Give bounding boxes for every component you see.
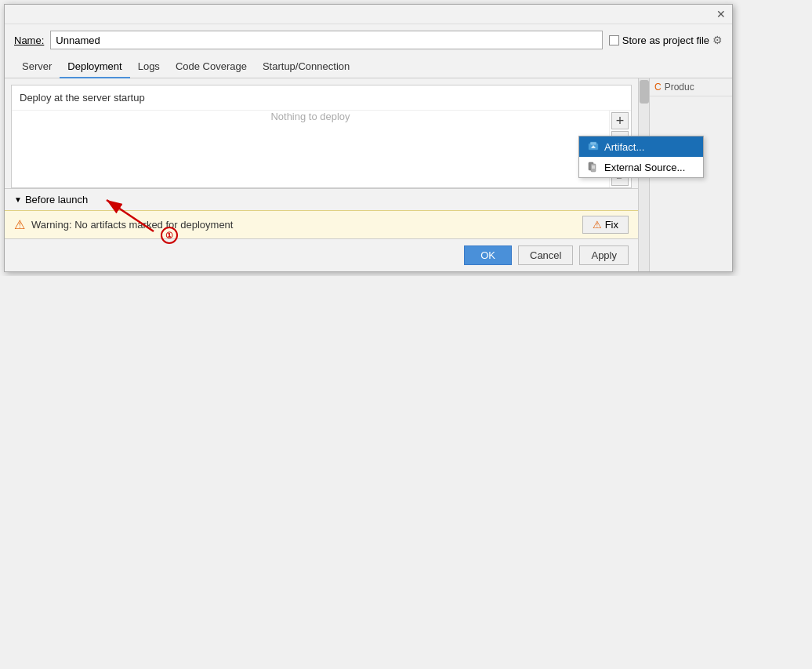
store-project-group: Store as project file ⚙ [609,34,723,46]
fix-button[interactable]: ⚠ Fix [582,216,629,234]
name-label: Name: [14,35,44,46]
tabs-bar: Server Deployment Logs Code Coverage Sta… [5,56,732,78]
artifact-icon [587,140,600,153]
plus-btn-area: + [611,112,629,129]
apply-button[interactable]: Apply [579,245,629,265]
before-launch-section: ▼ Before launch [5,188,638,210]
tab-code-coverage[interactable]: Code Coverage [168,56,255,78]
nothing-to-deploy-text: Nothing to deploy [12,111,609,122]
warning-bar: ⚠ Warning: No artifacts marked for deplo… [5,210,638,238]
gear-icon[interactable]: ⚙ [712,34,723,46]
store-project-label: Store as project file [622,35,709,46]
close-button[interactable]: ✕ [715,8,727,20]
name-input[interactable] [50,31,602,49]
tab-server[interactable]: Server [14,56,60,78]
external-source-icon [587,161,600,173]
before-launch-chevron: ▼ [14,195,22,204]
before-launch-header[interactable]: ▼ Before launch [14,194,629,205]
warning-text: Warning: No artifacts marked for deploym… [31,219,576,231]
title-bar: ✕ [5,5,732,24]
tab-startup-connection[interactable]: Startup/Connection [255,56,357,78]
fix-label: Fix [605,219,618,231]
before-launch-label: Before launch [25,194,88,205]
artifact-menu-item[interactable]: Artifact... [579,136,703,157]
cancel-button[interactable]: Cancel [518,245,573,265]
external-source-menu-item[interactable]: External Source... [579,157,703,177]
name-row: Name: Store as project file ⚙ [5,24,732,56]
artifact-label: Artifact... [604,141,644,153]
tab-deployment[interactable]: Deployment [60,56,129,78]
bottom-bar: OK Cancel Apply [5,238,638,271]
store-project-checkbox[interactable] [609,35,619,45]
ok-button[interactable]: OK [464,245,512,265]
add-button[interactable]: + [611,112,629,129]
external-source-label: External Source... [604,162,685,173]
deploy-section-label: Deploy at the server startup [12,85,631,111]
context-menu: Artifact... [578,136,704,178]
fix-warning-icon: ⚠ [593,219,602,231]
svg-rect-1 [590,142,596,145]
tab-logs[interactable]: Logs [130,56,168,78]
warning-icon: ⚠ [14,217,25,232]
